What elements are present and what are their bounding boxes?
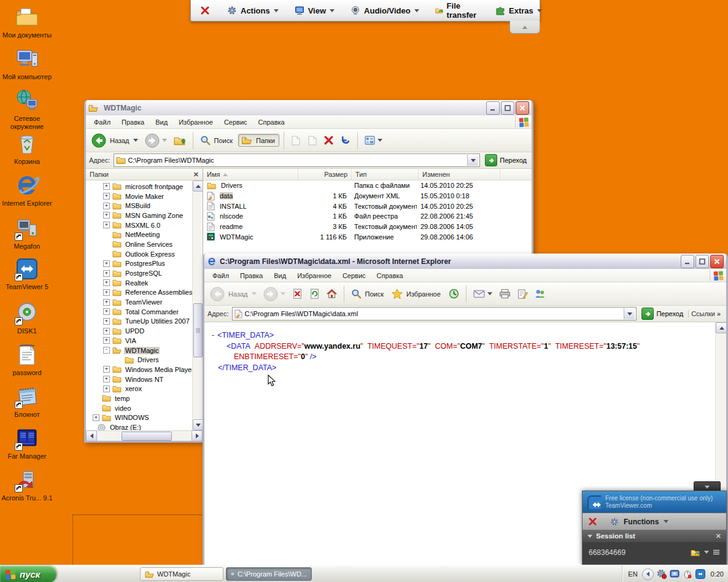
- forward-button[interactable]: [142, 132, 169, 149]
- tree-item[interactable]: +VIA: [87, 336, 192, 346]
- tree-expander[interactable]: +: [103, 212, 110, 219]
- desktop-icon-recycle-bin[interactable]: Корзина: [1, 131, 53, 166]
- tree-expander[interactable]: +: [103, 299, 110, 306]
- move-to-button[interactable]: [288, 134, 303, 147]
- stop-button[interactable]: [290, 287, 305, 300]
- tree-item[interactable]: Obraz (E:): [87, 422, 192, 430]
- history-button[interactable]: [446, 287, 462, 300]
- tree-expander[interactable]: +: [103, 376, 110, 382]
- file-row[interactable]: WDTMagic 1 116 КБ Приложение 29.08.2006 …: [203, 231, 532, 242]
- tree-item[interactable]: NetMeeting: [87, 230, 192, 239]
- tree-item[interactable]: +Realtek: [87, 278, 192, 288]
- refresh-button[interactable]: [307, 287, 322, 300]
- taskbar-button-ie[interactable]: C:\Program Files\WD...: [226, 567, 312, 581]
- tree-item-selected[interactable]: -WDTMagic: [87, 346, 192, 355]
- tree-expander[interactable]: +: [93, 414, 99, 421]
- back-button[interactable]: Назад: [89, 132, 141, 149]
- tree-item[interactable]: +WINDOWS: [87, 413, 192, 423]
- file-row[interactable]: Drivers Папка с файлами 14.05.2010 20:25: [203, 180, 532, 191]
- tray-mouse-icon[interactable]: [683, 569, 692, 579]
- tree-expander[interactable]: -: [103, 347, 110, 354]
- tv-view-menu[interactable]: View: [287, 0, 343, 21]
- column-modified[interactable]: Изменен: [419, 169, 500, 180]
- scroll-up-button[interactable]: [716, 322, 726, 333]
- tray-teamviewer-icon[interactable]: [695, 569, 705, 579]
- desktop-icon-my-documents[interactable]: Мои документы: [1, 5, 53, 39]
- tree-expander[interactable]: +: [103, 328, 110, 335]
- desktop-icon-notepad[interactable]: Блокнот: [1, 384, 53, 419]
- close-button[interactable]: [516, 101, 529, 115]
- tree-expander[interactable]: +: [103, 366, 110, 373]
- address-input[interactable]: C:\Program Files\WDTMagic\data.xml: [232, 307, 637, 320]
- edit-button[interactable]: [515, 287, 530, 300]
- tree-item[interactable]: +xerox: [87, 384, 192, 394]
- explorer-titlebar[interactable]: WDTMagic: [86, 100, 532, 115]
- address-dropdown-button[interactable]: [624, 308, 635, 319]
- menu-edit[interactable]: Правка: [234, 272, 268, 279]
- tree-item[interactable]: +TuneUp Utilities 2007: [87, 317, 192, 327]
- tree-item[interactable]: +MSBuild: [87, 201, 192, 211]
- close-pane-button[interactable]: ✕: [193, 171, 199, 179]
- address-input[interactable]: C:\Program Files\WDTMagic: [114, 153, 481, 167]
- xml-collapse-marker[interactable]: -: [212, 331, 214, 340]
- tree-expander[interactable]: +: [103, 386, 110, 392]
- menu-tools[interactable]: Сервис: [219, 118, 253, 126]
- tv-toolbar-collapse-tab[interactable]: [509, 21, 540, 34]
- tree-expander[interactable]: +: [103, 289, 110, 296]
- tree-item[interactable]: temp: [87, 394, 192, 403]
- functions-menu[interactable]: Functions: [624, 518, 659, 526]
- close-icon[interactable]: [589, 518, 597, 526]
- scrollbar-thumb[interactable]: [122, 432, 172, 441]
- menu-file[interactable]: Файл: [207, 272, 234, 279]
- tree-expander[interactable]: +: [103, 270, 110, 277]
- favorites-button[interactable]: Избранное: [389, 287, 444, 301]
- taskbar-button-explorer[interactable]: WDTMagic: [140, 567, 223, 581]
- tray-settings-icon[interactable]: [657, 569, 667, 579]
- desktop-icon-megafon[interactable]: Megafon: [1, 216, 53, 250]
- menu-list-icon[interactable]: [713, 549, 720, 556]
- tv-file-transfer-button[interactable]: File transfer: [427, 0, 487, 21]
- file-row[interactable]: INSTALL 4 КБ Текстовый документ 14.05.20…: [203, 201, 532, 211]
- desktop-icon-my-computer[interactable]: Мой компьютер: [1, 47, 53, 81]
- tv-extras-menu[interactable]: Extras: [487, 0, 550, 21]
- desktop-icon-network[interactable]: Сетевое окружение: [1, 88, 53, 131]
- copy-to-button[interactable]: [305, 134, 320, 147]
- forward-button[interactable]: [261, 285, 288, 303]
- tv-actions-menu[interactable]: Actions: [219, 0, 287, 21]
- tree-item[interactable]: +TeamViewer: [87, 297, 192, 307]
- close-button[interactable]: [710, 255, 724, 268]
- tree-item[interactable]: Outlook Express: [87, 249, 192, 259]
- minimize-button[interactable]: [486, 101, 500, 115]
- menu-favorites[interactable]: Избранное: [292, 272, 337, 279]
- menu-favorites[interactable]: Избранное: [173, 118, 219, 126]
- tree-expander[interactable]: +: [103, 279, 110, 286]
- mail-button[interactable]: [471, 288, 495, 300]
- tree-item[interactable]: +Windows Media Player: [87, 365, 192, 374]
- tree-item[interactable]: +Movie Maker: [87, 192, 192, 201]
- menu-view[interactable]: Вид: [150, 118, 173, 126]
- tree-item[interactable]: video: [87, 403, 192, 413]
- column-size[interactable]: Размер: [298, 169, 352, 180]
- tree-item[interactable]: +MSN Gaming Zone: [87, 211, 192, 220]
- tree-scrollbar-vertical[interactable]: [192, 180, 203, 430]
- scroll-down-button[interactable]: [193, 419, 203, 430]
- scroll-up-button[interactable]: [193, 180, 203, 192]
- tree-item[interactable]: +UPDD: [87, 326, 192, 336]
- scroll-left-button[interactable]: [86, 430, 97, 441]
- tree-expander[interactable]: +: [103, 193, 110, 200]
- desktop-icon-disk1[interactable]: DISK1: [1, 301, 53, 335]
- scrollbar-thumb[interactable]: [193, 303, 203, 357]
- print-button[interactable]: [497, 287, 513, 300]
- menu-help[interactable]: Справка: [253, 118, 290, 126]
- address-dropdown-button[interactable]: [467, 155, 478, 166]
- home-button[interactable]: [324, 287, 339, 300]
- desktop-icon-password[interactable]: password: [1, 343, 53, 377]
- maximize-button[interactable]: [695, 255, 709, 268]
- file-transfer-icon[interactable]: [691, 548, 700, 557]
- tray-collapse-button[interactable]: [642, 568, 654, 580]
- back-button[interactable]: Назад: [207, 285, 259, 303]
- go-button[interactable]: Переход: [640, 308, 685, 320]
- tree-expander[interactable]: +: [103, 260, 110, 267]
- file-row[interactable]: readme 3 КБ Текстовый документ 29.08.200…: [203, 222, 532, 232]
- tree-item[interactable]: +PostgresPlus: [87, 259, 192, 269]
